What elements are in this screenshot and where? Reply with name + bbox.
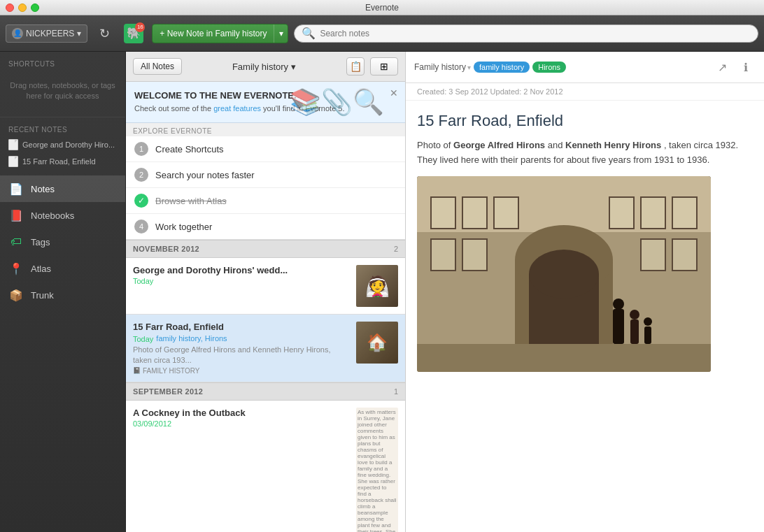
note-detail-toolbar: Family history ▾ family history Hirons ↗…	[406, 52, 764, 83]
new-note-main-area[interactable]: + New Note in Family history	[153, 29, 274, 38]
note-item-george-dorothy[interactable]: George and Dorothy Hirons' wedd... Today…	[126, 258, 405, 315]
svg-rect-14	[641, 239, 665, 271]
recent-note-item-15farr[interactable]: 15 Farr Road, Enfield	[0, 153, 125, 170]
svg-point-22	[644, 317, 652, 326]
tag-pill-hirons[interactable]: Hirons	[532, 62, 566, 73]
note-thumbnail-15farr: 🏠	[356, 322, 398, 364]
notebooks-icon: 📕	[8, 208, 24, 223]
sidebar-nav: 📄 Notes 📕 Notebooks 🏷 Tags 📍 Atlas 📦 Tru…	[0, 175, 125, 308]
share-icon: ↗	[718, 61, 727, 74]
share-button[interactable]: ↗	[712, 57, 732, 77]
svg-rect-13	[462, 239, 487, 271]
note-content-cockney: A Cockney in the Outback 03/09/2012	[133, 408, 351, 532]
titlebar: Evernote	[0, 0, 764, 15]
notification-badge: 16	[135, 22, 145, 32]
sidebar-item-atlas-label: Atlas	[31, 264, 51, 274]
svg-rect-16	[417, 344, 711, 372]
note-image	[417, 176, 711, 372]
notes-list: NOVEMBER 2012 2 George and Dorothy Hiron…	[126, 240, 405, 532]
maximize-button[interactable]	[31, 3, 39, 12]
note-date-15farr: Today	[133, 335, 153, 343]
new-note-button[interactable]: + New Note in Family history ▾	[152, 24, 288, 43]
feature-label-atlas: Browse with Atlas	[155, 196, 227, 206]
window-controls	[6, 3, 39, 12]
search-box[interactable]: 🔍	[294, 24, 758, 43]
note-thumbnail-george: 👰	[356, 265, 398, 307]
user-menu-button[interactable]: 👤 NICKPEERS ▾	[6, 24, 87, 43]
group-count-nov2012: 2	[394, 245, 398, 253]
welcome-banner: ✕ 📚📎🔍 WELCOME TO THE NEW EVERNOTE. Check…	[126, 82, 405, 123]
sidebar-item-atlas[interactable]: 📍 Atlas	[0, 255, 125, 282]
notebook-selector[interactable]: Family history ▾	[188, 62, 341, 72]
note-meta: Created: 3 Sep 2012 Updated: 2 Nov 2012	[406, 83, 764, 101]
group-header-nov2012: NOVEMBER 2012 2	[126, 240, 405, 258]
main-layout: SHORTCUTS Drag notes, notebooks, or tags…	[0, 52, 764, 532]
welcome-text-link[interactable]: great features	[213, 104, 261, 113]
note-content-george: George and Dorothy Hirons' wedd... Today	[133, 265, 351, 307]
note-doc-icon	[8, 156, 18, 167]
group-header-sep2012: SEPTEMBER 2012 1	[126, 382, 405, 401]
feature-item-search[interactable]: 2 Search your notes faster	[126, 162, 405, 188]
sync-button[interactable]: ↻	[93, 22, 115, 45]
welcome-close-button[interactable]: ✕	[388, 87, 399, 99]
info-icon: ℹ	[744, 61, 748, 74]
sort-button[interactable]: 📋	[346, 57, 365, 76]
recent-note-item-george[interactable]: George and Dorothy Hiro...	[0, 136, 125, 153]
group-count-sep2012: 1	[394, 387, 398, 396]
svg-rect-6	[431, 197, 455, 229]
body-name2: Kenneth Henry Hirons	[565, 140, 661, 150]
note-item-15farr[interactable]: 15 Farr Road, Enfield Today family histo…	[126, 315, 405, 382]
feature-item-collaborate[interactable]: 4 Work together	[126, 214, 405, 239]
feature-label-search: Search your notes faster	[155, 170, 255, 180]
feature-item-atlas[interactable]: ✓ Browse with Atlas	[126, 188, 405, 214]
search-icon: 🔍	[302, 27, 316, 40]
app-title: Evernote	[365, 3, 399, 13]
info-button[interactable]: ℹ	[736, 57, 756, 77]
shortcuts-drop-area: Drag notes, notebooks, or tags here for …	[0, 72, 125, 114]
shortcuts-placeholder: Drag notes, notebooks, or tags here for …	[8, 78, 117, 105]
note-item-cockney[interactable]: A Cockney in the Outback 03/09/2012 As w…	[126, 401, 405, 532]
notebook-breadcrumb: Family history ▾	[414, 62, 471, 72]
svg-rect-9	[609, 197, 634, 229]
sidebar-item-tags-label: Tags	[31, 237, 50, 247]
note-title-george: George and Dorothy Hirons' wedd...	[133, 265, 351, 275]
group-title-nov2012: NOVEMBER 2012	[133, 245, 199, 253]
feature-list: 1 Create Shortcuts 2 Search your notes f…	[126, 136, 405, 240]
svg-rect-8	[494, 197, 518, 229]
svg-rect-15	[672, 239, 697, 271]
new-note-dropdown-button[interactable]: ▾	[274, 24, 288, 43]
sidebar-item-notebooks[interactable]: 📕 Notebooks	[0, 202, 125, 229]
main-toolbar: 👤 NICKPEERS ▾ ↻ 🐘 16 + New Note in Famil…	[0, 15, 764, 52]
minimize-button[interactable]	[18, 3, 27, 12]
svg-rect-11	[672, 197, 697, 229]
sidebar-item-trunk[interactable]: 📦 Trunk	[0, 282, 125, 308]
shortcuts-title: SHORTCUTS	[0, 52, 125, 72]
sidebar-item-tags[interactable]: 🏷 Tags	[0, 229, 125, 255]
sidebar-item-notes-label: Notes	[31, 184, 55, 194]
sidebar-item-notebooks-label: Notebooks	[31, 210, 74, 221]
note-tags-15farr: family history, Hirons	[156, 334, 227, 343]
body-and: and	[548, 140, 563, 150]
body-intro: Photo of	[417, 140, 451, 150]
note-doc-icon	[8, 139, 18, 150]
notebook-badge-label: FAMILY HISTORY	[143, 367, 200, 375]
note-body-text: Photo of George Alfred Hirons and Kennet…	[417, 138, 753, 168]
close-button[interactable]	[6, 3, 14, 12]
sidebar-item-notes[interactable]: 📄 Notes	[0, 175, 125, 202]
tag-breadcrumb: Family history ▾ family history Hirons	[414, 62, 708, 73]
feature-item-shortcuts[interactable]: 1 Create Shortcuts	[126, 136, 405, 162]
evernote-shortcut-button[interactable]: 🐘 16	[121, 21, 146, 46]
crumb-separator: ▾	[467, 64, 471, 71]
recent-note-text: 15 Farr Road, Enfield	[22, 157, 96, 166]
feature-num-2: 2	[134, 168, 148, 182]
notebook-name: Family history	[232, 62, 288, 72]
search-input[interactable]	[320, 29, 751, 38]
photo-simulation	[417, 176, 711, 372]
note-detail-body: 15 Farr Road, Enfield Photo of George Al…	[406, 101, 764, 532]
view-toggle-button[interactable]: ⊞	[370, 57, 398, 76]
user-avatar-icon: 👤	[12, 28, 23, 39]
all-notes-button[interactable]: All Notes	[133, 58, 182, 75]
svg-point-5	[529, 250, 599, 299]
photo-svg	[417, 176, 711, 372]
tag-pill-family-history[interactable]: family history	[474, 62, 530, 73]
